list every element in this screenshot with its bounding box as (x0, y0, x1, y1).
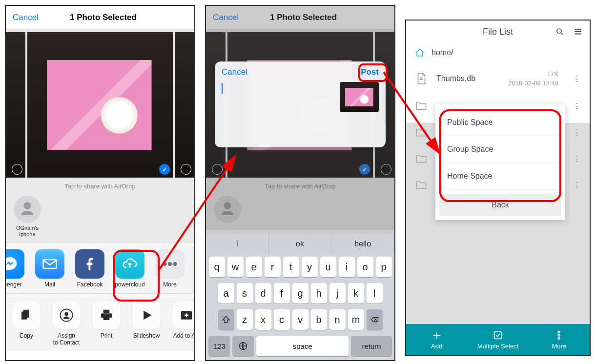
post-submit-button[interactable]: Post (361, 67, 379, 77)
kb-row-fn: 123 space return (206, 333, 394, 360)
toolbar-label: Add (431, 343, 442, 350)
bottom-toolbar: Add Multiple Select More (406, 324, 590, 355)
select-circle-empty[interactable] (12, 164, 22, 175)
space-picker-back[interactable]: Back (439, 194, 561, 216)
kb-key[interactable]: n (329, 309, 346, 330)
kb-key[interactable]: e (246, 257, 262, 277)
kb-key[interactable]: l (367, 283, 383, 303)
row-menu-icon[interactable]: ⋮ (573, 101, 581, 111)
kb-key[interactable]: h (311, 283, 327, 303)
toolbar-multiselect[interactable]: Multiple Select (467, 324, 528, 355)
add-album-icon (172, 301, 194, 330)
share-app-mail[interactable]: Mail (31, 249, 68, 288)
search-icon[interactable] (555, 27, 564, 39)
toolbar-more[interactable]: More (529, 324, 590, 355)
avatar-icon (14, 196, 41, 223)
file-size: 17K (547, 70, 558, 78)
share-header: Cancel 1 Photo Selected (6, 6, 194, 29)
row-menu-icon[interactable]: ⋮ (573, 74, 581, 83)
share-app-powercloud[interactable]: powercloud (111, 249, 148, 288)
kb-shift[interactable] (218, 309, 234, 330)
kb-key[interactable]: t (283, 257, 299, 277)
kb-return[interactable]: return (351, 336, 392, 356)
adjacent-photo-right[interactable] (175, 32, 194, 178)
space-option-group[interactable]: Group Space (439, 136, 561, 163)
action-label: to Contact (48, 340, 85, 346)
kb-key[interactable]: b (311, 309, 327, 330)
kb-key[interactable]: g (292, 283, 308, 303)
action-label: Print (88, 333, 125, 340)
hamburger-icon[interactable] (573, 27, 583, 39)
kb-numbers[interactable]: 123 (208, 336, 230, 356)
print-icon (92, 301, 121, 330)
share-app-label: Facebook (71, 282, 108, 288)
kb-key[interactable]: p (376, 257, 392, 277)
text-caret[interactable] (222, 83, 223, 94)
kb-suggestion[interactable]: ok (269, 234, 332, 254)
toolbar-add[interactable]: Add (406, 324, 467, 355)
action-print[interactable]: Print (88, 301, 125, 340)
kb-key[interactable]: k (348, 283, 364, 303)
airdrop-hint: Tap to share with AirDrop (6, 178, 194, 194)
checkbox-icon (493, 330, 503, 341)
kb-key[interactable]: q (209, 257, 225, 277)
kb-key[interactable]: z (237, 309, 253, 330)
kb-key[interactable]: i (339, 257, 355, 277)
kb-key[interactable]: v (292, 309, 308, 330)
action-copy[interactable]: Copy (8, 301, 45, 340)
breadcrumb[interactable]: home/ (406, 43, 590, 64)
post-sheet: Cancel Post (215, 61, 386, 147)
photo-strip (6, 29, 194, 178)
action-label: Assign (48, 333, 85, 340)
contact-name: iphone (12, 231, 43, 238)
kb-key[interactable]: x (255, 309, 271, 330)
kb-key[interactable]: a (218, 283, 234, 303)
share-app-label: essenger (6, 282, 28, 288)
airdrop-target[interactable]: OGnam's iphone (12, 196, 43, 237)
svg-point-5 (557, 29, 561, 33)
kb-key[interactable]: o (357, 257, 373, 277)
kb-backspace[interactable] (367, 309, 383, 330)
kb-suggestion[interactable]: hello (331, 234, 394, 254)
svg-point-9 (558, 337, 560, 339)
select-circle-checked[interactable] (159, 164, 170, 175)
kb-space[interactable]: space (256, 336, 349, 356)
file-row[interactable]: Thumbs.db 17K 2018-02-08 18:48 ⋮ (406, 64, 590, 93)
toolbar-label: Multiple Select (477, 343, 519, 350)
svg-point-7 (558, 331, 560, 333)
kb-key[interactable]: u (320, 257, 336, 277)
post-thumbnail (340, 82, 379, 112)
share-apps-more[interactable]: ••• More (151, 249, 188, 288)
adjacent-photo-left[interactable] (6, 32, 25, 178)
kb-key[interactable]: d (255, 283, 271, 303)
select-circle-empty[interactable] (181, 164, 191, 175)
space-option-public[interactable]: Public Space (439, 109, 561, 136)
kb-globe[interactable] (232, 336, 254, 356)
more-vert-icon (554, 330, 564, 341)
kb-row-2: a s d f g h j k l (206, 280, 394, 306)
home-icon (415, 48, 425, 58)
share-app-messenger[interactable]: essenger (6, 249, 28, 288)
kb-key[interactable]: j (329, 283, 346, 303)
action-label: Slideshow (128, 333, 165, 340)
kb-key[interactable]: m (348, 309, 364, 330)
plus-icon (432, 330, 442, 341)
kb-key[interactable]: s (237, 283, 253, 303)
kb-suggestion[interactable]: i (206, 234, 269, 254)
action-slideshow[interactable]: Slideshow (128, 301, 165, 340)
kb-key[interactable]: y (302, 257, 318, 277)
phone-share-sheet: Cancel 1 Photo Selected Tap to share wit… (5, 5, 195, 361)
space-option-home[interactable]: Home Space (439, 163, 561, 190)
action-add-album[interactable]: Add to Alb (168, 301, 194, 340)
post-cancel-button[interactable]: Cancel (222, 67, 247, 77)
action-assign-contact[interactable]: Assign to Contact (48, 301, 85, 346)
share-actions-row: Copy Assign to Contact Print Slideshow (6, 293, 194, 351)
kb-key[interactable]: c (274, 309, 290, 330)
kb-key[interactable]: w (227, 257, 244, 277)
kb-key[interactable]: r (265, 257, 281, 277)
selected-photo[interactable] (27, 32, 173, 178)
svg-point-2 (64, 312, 68, 316)
toolbar-label: More (552, 343, 567, 350)
share-app-facebook[interactable]: Facebook (71, 249, 108, 288)
kb-key[interactable]: f (274, 283, 290, 303)
